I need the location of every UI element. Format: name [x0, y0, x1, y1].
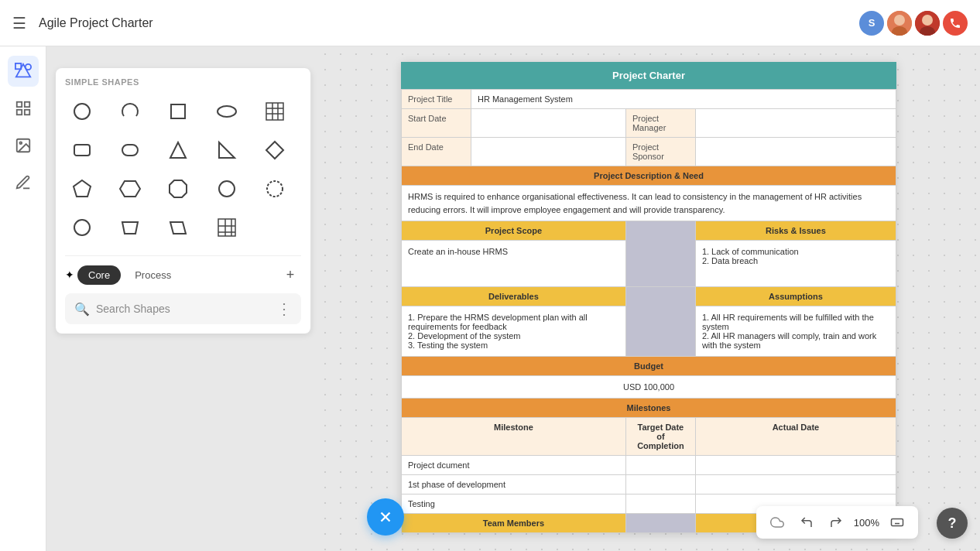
shape-arc[interactable]	[113, 94, 147, 128]
assumptions-content: 1. All HR requirements will be fulfilled…	[695, 306, 896, 357]
undo-button[interactable]	[795, 511, 818, 534]
project-title-value: HR Management System	[471, 90, 896, 109]
cloud-button[interactable]	[766, 511, 789, 534]
start-date-value	[471, 109, 626, 138]
svg-marker-6	[15, 64, 29, 77]
shape-circle4[interactable]	[65, 210, 99, 245]
shape-octagon[interactable]	[161, 172, 195, 206]
description-text: HRMS is required to enhance organisation…	[402, 186, 896, 221]
shape-triangle[interactable]	[161, 133, 195, 167]
shape-trapezoid[interactable]	[113, 210, 147, 245]
shape-parallelogram[interactable]	[161, 210, 195, 245]
avatar-c	[915, 11, 940, 36]
shapes-sidebar-icon[interactable]	[8, 56, 39, 87]
svg-marker-34	[122, 222, 138, 234]
target-2	[625, 475, 695, 495]
svg-marker-29	[120, 181, 140, 197]
menu-icon[interactable]: ☰	[12, 14, 26, 33]
add-tab-button[interactable]: +	[279, 264, 301, 286]
scope-content: Create an in-house HRMS	[402, 241, 626, 287]
shape-right-triangle[interactable]	[210, 133, 244, 167]
target-3	[625, 495, 695, 514]
left-sidebar	[0, 46, 46, 551]
svg-point-31	[219, 181, 235, 197]
project-manager-label: Project Manager	[625, 109, 695, 138]
avatar-b	[887, 11, 912, 36]
milestone-col-header: Milestone	[402, 418, 626, 456]
keyboard-button[interactable]	[886, 511, 909, 534]
svg-rect-23	[74, 145, 90, 156]
shape-rounded-rect[interactable]	[65, 133, 99, 167]
milestone-row-2: 1st phase of development	[402, 475, 626, 495]
call-button[interactable]	[943, 11, 968, 36]
shape-rounded-rect2[interactable]	[113, 133, 147, 167]
fab-close-button[interactable]	[367, 498, 404, 536]
shape-hexagon[interactable]	[113, 172, 147, 206]
svg-point-4	[922, 15, 933, 26]
team-members-header: Team Members	[402, 514, 626, 533]
divider	[625, 221, 695, 287]
svg-rect-24	[122, 145, 138, 156]
shape-circle3[interactable]	[258, 172, 292, 206]
tab-process[interactable]: Process	[124, 265, 182, 285]
milestone-row-3: Testing	[402, 495, 626, 514]
svg-point-8	[25, 64, 30, 70]
help-button[interactable]: ?	[937, 508, 968, 539]
svg-point-17	[218, 106, 236, 117]
svg-marker-28	[74, 180, 91, 197]
scope-header: Project Scope	[402, 221, 626, 241]
shape-grid2[interactable]	[210, 210, 244, 245]
zoom-label: 100%	[854, 517, 879, 529]
svg-marker-27	[266, 142, 283, 159]
canvas-area[interactable]: Project Charter Project Title HR Managem…	[317, 46, 980, 551]
svg-marker-30	[170, 180, 187, 197]
svg-marker-25	[170, 142, 186, 158]
shape-ellipse[interactable]	[210, 94, 244, 128]
actual-2	[695, 475, 896, 495]
tab-core[interactable]: Core	[77, 265, 121, 285]
svg-point-14	[19, 142, 22, 144]
bottom-toolbar: 100%	[756, 506, 918, 539]
image-sidebar-icon[interactable]	[8, 130, 39, 161]
description-section-header: Project Description & Need	[402, 166, 896, 186]
search-more-icon[interactable]: ⋮	[276, 299, 292, 318]
search-shapes-bar[interactable]: 🔍 Search Shapes ⋮	[65, 293, 301, 324]
svg-rect-9	[16, 102, 21, 107]
main-area: SIMPLE SHAPES	[0, 46, 980, 551]
draw-sidebar-icon[interactable]	[8, 167, 39, 198]
svg-rect-41	[892, 519, 903, 526]
shape-circle2[interactable]	[210, 172, 244, 206]
budget-header: Budget	[402, 357, 896, 376]
shape-square[interactable]	[161, 94, 195, 128]
project-title-label: Project Title	[402, 90, 471, 109]
avatar-s: S	[859, 11, 884, 36]
svg-point-33	[74, 220, 90, 235]
shapes-panel: SIMPLE SHAPES	[56, 68, 311, 334]
svg-rect-36	[218, 219, 235, 236]
shape-table[interactable]	[258, 94, 292, 128]
end-date-label: End Date	[402, 138, 471, 166]
shapes-grid	[65, 94, 301, 245]
target-date-col-header: Target Date of Completion	[625, 418, 695, 456]
deliverables-header: Deliverables	[402, 287, 626, 306]
shapes-section-title: SIMPLE SHAPES	[65, 77, 301, 87]
charter-header: Project Charter	[401, 62, 896, 89]
grid-sidebar-icon[interactable]	[8, 93, 39, 124]
svg-point-32	[267, 181, 283, 197]
divider2	[625, 287, 695, 357]
redo-button[interactable]	[824, 511, 848, 534]
shape-pentagon[interactable]	[65, 172, 99, 206]
end-date-value	[471, 138, 626, 166]
app-header: ☰ Agile Project Charter S	[0, 0, 980, 46]
panel-tabs: ✦ Core Process +	[65, 255, 301, 286]
assumptions-header: Assumptions	[695, 287, 896, 306]
divider3	[625, 514, 695, 533]
shape-diamond[interactable]	[258, 133, 292, 167]
svg-marker-26	[219, 142, 235, 158]
shape-circle[interactable]	[65, 94, 99, 128]
project-manager-value	[695, 109, 896, 138]
project-sponsor-label: Project Sponsor	[625, 138, 695, 166]
deliverables-content: 1. Prepare the HRMS development plan wit…	[402, 306, 626, 357]
svg-point-1	[894, 15, 905, 26]
risks-header: Risks & Issues	[695, 221, 896, 241]
